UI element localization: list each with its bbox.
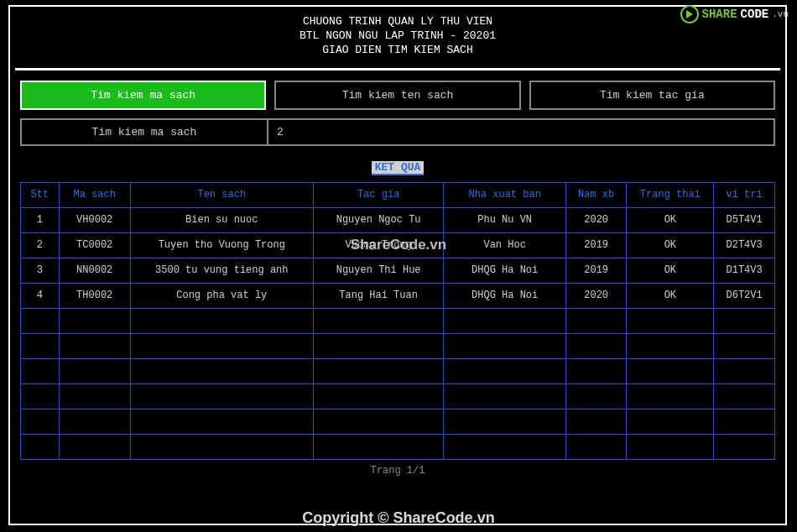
cell-vt: D6T2V1 (714, 283, 775, 308)
cell-nxb: DHQG Ha Noi (444, 258, 565, 283)
table-row[interactable]: 1VH0002Bien su nuocNguyen Ngoc TuPhu Nu … (21, 207, 775, 232)
col-vi-tri: vi tri (714, 182, 775, 207)
cell-tt: OK (627, 258, 714, 283)
cell-nxb: Phu Nu VN (444, 207, 565, 232)
cell-ma: VH0002 (59, 207, 130, 232)
col-ma-sach: Ma sach (59, 182, 130, 207)
results-table: Stt Ma sach Ten sach Tac gia Nha xuat ba… (20, 182, 775, 460)
header: CHUONG TRINH QUAN LY THU VIEN BTL NGON N… (15, 12, 780, 66)
tab-search-code[interactable]: Tim kiem ma sach (20, 81, 266, 110)
pager: Trang 1/1 (15, 465, 780, 477)
table-row-empty (21, 434, 775, 459)
logo-text-share: SHARE (702, 8, 737, 21)
logo-text-code: CODE (741, 8, 769, 21)
cell-tt: OK (627, 283, 714, 308)
tab-search-author[interactable]: Tim kiem tac gia (529, 81, 775, 110)
cell-stt: 4 (21, 283, 60, 308)
cell-tt: OK (627, 232, 714, 258)
cell-nam: 2019 (565, 258, 627, 283)
cell-stt: 3 (21, 258, 60, 283)
search-row: Tim kiem ma sach 2 (15, 118, 780, 146)
watermark-logo: SHARECODE.vn (680, 5, 789, 23)
cell-vt: D2T4V3 (714, 232, 775, 258)
table-row[interactable]: 2TC0002Tuyen tho Vuong TrongVuong TrongV… (21, 232, 775, 258)
cell-ten: Tuyen tho Vuong Trong (130, 232, 313, 258)
cell-ma: TH0002 (59, 283, 130, 308)
cell-ten: 3500 tu vung tieng anh (130, 258, 313, 283)
table-row-empty (21, 333, 775, 358)
cell-tg: Nguyen Thi Hue (313, 258, 444, 283)
tab-row: Tim kiem ma sach Tim kiem ten sach Tim k… (15, 81, 780, 110)
cell-tg: Tang Hai Tuan (313, 283, 444, 308)
cell-stt: 2 (21, 232, 60, 258)
table-row[interactable]: 4TH0002Cong pha vat lyTang Hai TuanDHQG … (21, 283, 775, 308)
col-ten-sach: Ten sach (130, 182, 313, 207)
col-stt: Stt (21, 182, 60, 207)
cell-vt: D1T4V3 (714, 258, 775, 283)
search-input[interactable]: 2 (268, 118, 775, 146)
result-heading-text: KET QUA (372, 161, 425, 175)
table-row-empty (21, 409, 775, 434)
table-row-empty (21, 358, 775, 383)
results-table-wrap: Stt Ma sach Ten sach Tac gia Nha xuat ba… (15, 182, 780, 460)
table-row[interactable]: 3NN00023500 tu vung tieng anhNguyen Thi … (21, 258, 775, 283)
table-row-empty (21, 308, 775, 333)
cell-nam: 2020 (565, 207, 627, 232)
table-body: 1VH0002Bien su nuocNguyen Ngoc TuPhu Nu … (21, 207, 775, 459)
result-heading: KET QUA (15, 161, 780, 174)
cell-stt: 1 (21, 207, 60, 232)
col-nam-xb: Nam xb (565, 182, 627, 207)
divider (15, 68, 780, 70)
header-line3: GIAO DIEN TIM KIEM SACH (15, 44, 780, 58)
cell-nam: 2019 (565, 232, 627, 258)
logo-icon (680, 5, 699, 23)
cell-nxb: DHQG Ha Noi (444, 283, 565, 308)
cell-ten: Cong pha vat ly (130, 283, 313, 308)
cell-ten: Bien su nuoc (130, 207, 313, 232)
search-label: Tim kiem ma sach (20, 118, 268, 146)
app-frame: CHUONG TRINH QUAN LY THU VIEN BTL NGON N… (8, 5, 787, 525)
cell-nxb: Van Hoc (444, 232, 565, 258)
table-row-empty (21, 383, 775, 409)
cell-vt: D5T4V1 (714, 207, 775, 232)
table-header-row: Stt Ma sach Ten sach Tac gia Nha xuat ba… (21, 182, 775, 207)
header-line1: CHUONG TRINH QUAN LY THU VIEN (15, 15, 780, 29)
tab-search-name[interactable]: Tim kiem ten sach (274, 81, 520, 110)
col-trang-thai: Trang thai (627, 182, 714, 207)
cell-ma: NN0002 (59, 258, 130, 283)
cell-ma: TC0002 (59, 232, 130, 258)
cell-tg: Vuong Trong (313, 232, 444, 258)
header-line2: BTL NGON NGU LAP TRINH - 20201 (15, 29, 780, 44)
logo-text-vn: .vn (772, 9, 789, 19)
cell-tt: OK (627, 207, 714, 232)
col-tac-gia: Tac gia (313, 182, 444, 207)
cell-tg: Nguyen Ngoc Tu (313, 207, 444, 232)
col-nha-xuat-ban: Nha xuat ban (444, 182, 565, 207)
cell-nam: 2020 (565, 283, 627, 308)
